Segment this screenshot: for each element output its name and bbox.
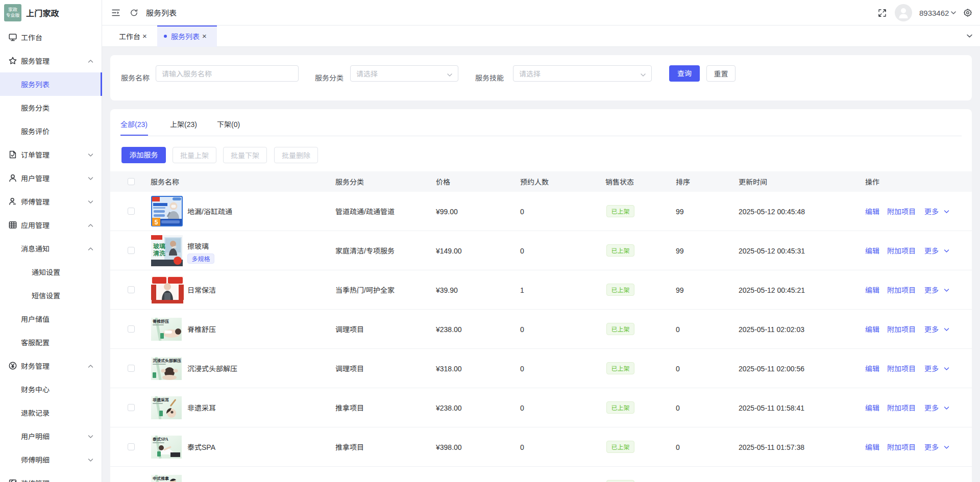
svg-text:泰式SPA: 泰式SPA xyxy=(152,436,168,442)
svg-text:沉浸式头部解压: 沉浸式头部解压 xyxy=(153,358,181,363)
svg-text:清洗: 清洗 xyxy=(153,248,165,257)
svg-text:中式推拿: 中式推拿 xyxy=(153,475,169,481)
svg-text:5: 5 xyxy=(155,217,158,226)
svg-text:脊椎舒压: 脊椎舒压 xyxy=(152,318,169,324)
svg-text:非遗采耳: 非遗采耳 xyxy=(153,397,169,402)
